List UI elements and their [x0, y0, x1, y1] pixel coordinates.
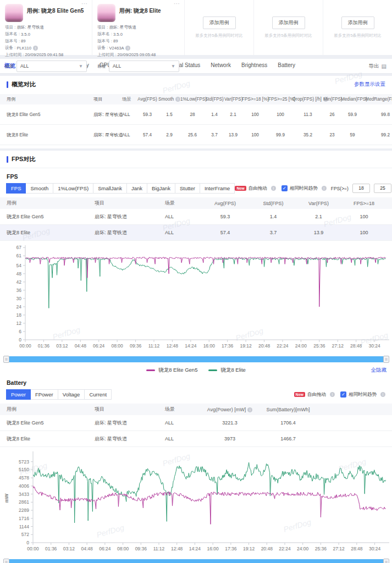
battery-table: 用例项目场景Avg(Power) [mW]iSum(Battery)[mWh]骁… [0, 404, 392, 447]
slider-left-handle[interactable]: ||| [3, 559, 9, 563]
fps-range-slider[interactable]: ||| ||| [3, 356, 389, 362]
fps-metric-tab-fps[interactable]: FPS [6, 183, 26, 194]
battery-metric-tab-current[interactable]: Current [84, 389, 112, 400]
tag-select-value: ALL [20, 63, 29, 69]
battery-metric-tab-fpower[interactable]: FPower [30, 389, 58, 400]
export-button[interactable]: 导出 [369, 63, 379, 70]
fps-threshold-input-1[interactable]: 18 [352, 184, 370, 193]
table-header-row: 用例项目场景Avg(Power) [mW]iSum(Battery)[mWh] [0, 404, 392, 415]
battery-metric-tab-power[interactable]: Power [6, 389, 31, 400]
svg-text:22:24: 22:24 [279, 546, 291, 551]
cell: 1.4 [251, 214, 295, 219]
svg-text:27:12: 27:12 [332, 343, 344, 349]
case-name-cell: 骁龙8 Elite [0, 435, 95, 443]
cell: 崩坏: 星穹铁道 [95, 435, 165, 443]
info-icon[interactable]: i [175, 97, 180, 102]
overview-table: 用例项目场景Avg(FPS)Smoothi1%Low(FPS)Std(FPS)V… [0, 94, 392, 145]
tag-select-value: ALL [113, 63, 121, 69]
legend-item[interactable]: 骁龙8 Elite [208, 367, 245, 374]
svg-text:19:12: 19:12 [240, 343, 252, 349]
tag-select[interactable]: ALL ▼ [16, 60, 87, 72]
svg-text:48: 48 [16, 271, 22, 277]
same-time-trend-checkbox[interactable]: ✓ [340, 391, 346, 398]
column-header: Avg(FPS) [199, 201, 251, 206]
info-icon[interactable]: i [322, 186, 327, 191]
case-cards-row: ⋯ 用例: 骁龙8 Elite Gen5 项目 : 崩坏: 星穹铁道版本名 : … [0, 0, 392, 55]
svg-text:14:24: 14:24 [185, 343, 197, 349]
fps-metric-tab-stutter[interactable]: Stutter [175, 183, 200, 194]
cell: ALL [122, 112, 136, 117]
column-header: 场景 [165, 200, 199, 207]
column-header: Var(FPS) [224, 97, 242, 102]
tag-select[interactable]: ALL ▼ [109, 60, 179, 72]
power-line-chart[interactable]: 0572114417162289286134334006457851505723… [1, 449, 391, 556]
fps-metric-tab-jank[interactable]: Jank [126, 183, 147, 194]
slider-left-handle[interactable]: ||| [3, 356, 9, 363]
slider-right-handle[interactable]: ||| [383, 356, 389, 363]
fps-metric-tab-bigjank[interactable]: BigJank [147, 183, 175, 194]
export-icon[interactable]: ▤ [382, 63, 387, 69]
nav-tab-network[interactable]: Network [211, 62, 231, 70]
fps-line-chart[interactable]: 061218243036424854616700:0001:3603:1204:… [1, 243, 391, 353]
svg-text:08:00: 08:00 [117, 546, 129, 551]
fps-metric-tab-smooth[interactable]: Smooth [25, 183, 53, 194]
case-field: 版本号 : 89 [5, 38, 87, 44]
fps-metric-tab-interframe[interactable]: InterFrame [200, 183, 235, 194]
free-drag-label: 自由拖动 [249, 185, 267, 192]
case-card-2: ⋯ 用例: 骁龙8 Elite 项目 : 崩坏: 星穹铁道版本名 : 3.5.0… [92, 0, 185, 55]
case-field: 设备 : PLK110i [5, 45, 87, 51]
param-display-settings-link[interactable]: 参数显示设置 [354, 81, 385, 88]
add-case-button[interactable]: 添加用例 [341, 16, 374, 29]
slider-right-handle[interactable]: ||| [383, 559, 389, 563]
info-icon[interactable]: i [33, 46, 38, 51]
svg-text:14:24: 14:24 [189, 546, 201, 551]
fps-metric-tab-1-low-fps-[interactable]: 1%Low(FPS) [53, 183, 93, 194]
column-header: Avg(Power) [mW]i [198, 407, 262, 412]
fps-threshold-input-2[interactable]: 25 [374, 184, 391, 193]
power-range-slider[interactable]: ||| ||| [3, 559, 389, 563]
info-icon[interactable]: i [330, 392, 335, 397]
empty-case-slot-1: 添加用例 最多支持5条用例同时对比 [185, 0, 254, 55]
svg-text:09:36: 09:36 [135, 546, 147, 551]
fps-legend: 骁龙8 Elite Gen5 骁龙8 Elite 全隐藏 [0, 366, 392, 374]
case-field: 项目 : 崩坏: 星穹铁道 [5, 25, 87, 30]
svg-text:12: 12 [16, 321, 22, 326]
nav-tab-battery[interactable]: Battery [278, 62, 295, 70]
cell: 59.3 [199, 214, 251, 219]
card-menu-icon[interactable]: ⋯ [174, 0, 180, 7]
cell: 崩坏: 星穹铁道 [95, 420, 165, 427]
card-menu-icon[interactable]: ⋯ [81, 0, 88, 7]
case-field: 上传时间 : 20/09/2025 09:05:48 [97, 52, 179, 58]
info-icon[interactable]: i [125, 46, 130, 51]
tag-label: 标签 [97, 63, 106, 69]
svg-text:11:12: 11:12 [148, 343, 160, 349]
cell: 26 [323, 112, 341, 117]
column-header: FPS>=25 [%] [268, 97, 292, 102]
table-row: 骁龙8 Elite Gen5崩坏: 星穹铁道ALL59.31.42.1100 [0, 209, 392, 225]
svg-text:09:36: 09:36 [130, 343, 142, 349]
svg-text:24:00: 24:00 [295, 343, 307, 349]
svg-text:16:00: 16:00 [203, 343, 216, 349]
svg-text:mW: mW [4, 494, 9, 503]
cell: 2.1 [295, 214, 342, 219]
battery-metric-tab-voltage[interactable]: Voltage [58, 389, 85, 400]
info-icon[interactable]: i [380, 392, 385, 397]
column-header: Var(FPS) [295, 201, 342, 206]
same-time-trend-checkbox[interactable]: ✓ [281, 185, 288, 191]
cell: 1466.7 [262, 436, 314, 441]
cell: 25.6 [180, 133, 205, 137]
overview-panel: 概览对比 参数显示设置 用例项目场景Avg(FPS)Smoothi1%Low(F… [0, 76, 392, 148]
info-icon[interactable]: i [247, 407, 252, 412]
svg-text:06:24: 06:24 [99, 546, 111, 551]
add-case-button[interactable]: 添加用例 [272, 16, 305, 29]
fps-compare-title: FPS对比 [12, 155, 35, 163]
legend-item[interactable]: 骁龙8 Elite Gen5 [146, 367, 197, 374]
nav-tab-brightness[interactable]: Brightness [241, 62, 267, 70]
fps-metric-tab-smalljank[interactable]: SmallJank [93, 183, 127, 194]
svg-text:3433: 3433 [19, 492, 29, 497]
cell: 13.9 [224, 133, 242, 137]
info-icon[interactable]: i [271, 186, 276, 191]
add-case-button[interactable]: 添加用例 [203, 16, 236, 29]
column-header: FPS>=18 [342, 201, 386, 206]
hide-all-link[interactable]: 全隐藏 [371, 367, 387, 374]
